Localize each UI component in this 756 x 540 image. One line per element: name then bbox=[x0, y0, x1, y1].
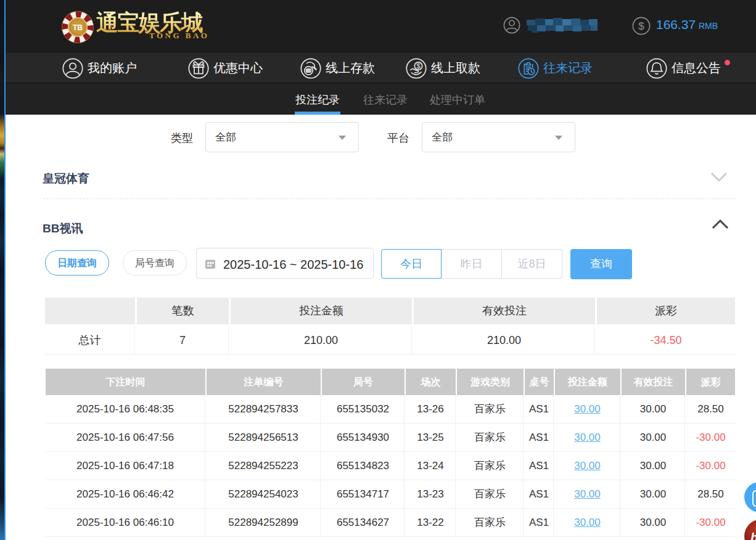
svg-text:$: $ bbox=[416, 62, 420, 70]
svg-text:$: $ bbox=[638, 20, 644, 32]
svg-text:TB: TB bbox=[73, 23, 83, 32]
